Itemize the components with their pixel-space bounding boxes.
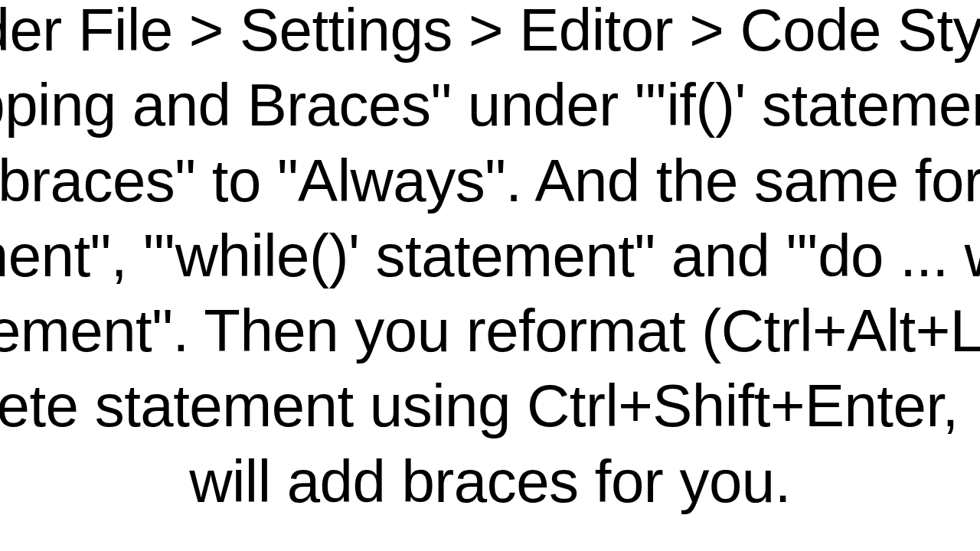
instruction-paragraph: Under File > Settings > Editor > Code St… xyxy=(0,0,980,519)
